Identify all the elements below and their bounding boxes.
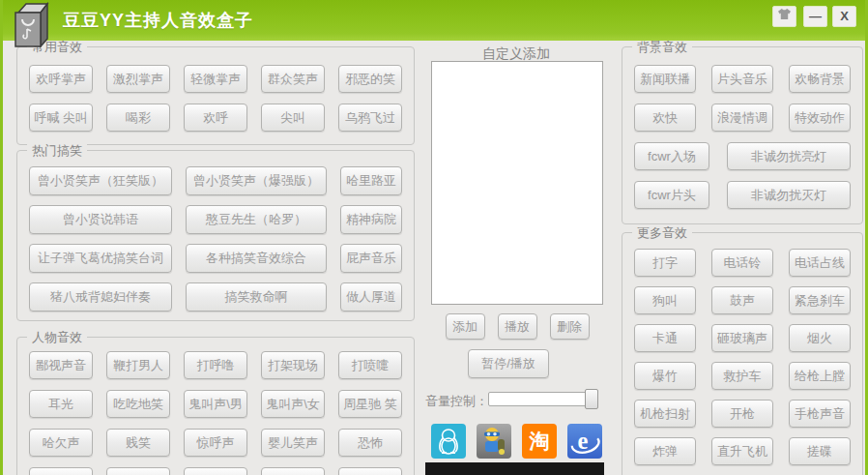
button-row: 欢快浪漫情调特效动作 [634,104,851,132]
sound-button[interactable]: 喝彩 [106,104,170,132]
sound-button[interactable]: 鬼叫声\女 [261,390,325,418]
sound-button[interactable]: 憨豆先生（哈罗） [186,205,327,234]
sound-button[interactable]: 欢呼掌声 [29,65,93,93]
sound-button[interactable]: 打字 [634,249,696,277]
qq-icon[interactable] [431,424,466,459]
yy-icon[interactable] [477,424,511,459]
button-row: 打字电话铃电话占线 [634,249,851,277]
ad-banner[interactable] [425,462,604,475]
sound-button[interactable]: 片头音乐 [711,65,773,93]
sound-button[interactable]: 耳光 [29,390,93,418]
sound-button[interactable]: 搞笑救命啊 [186,282,327,312]
sound-button[interactable]: 开枪 [711,400,773,428]
sound-button[interactable]: 新闻联播 [634,65,696,93]
custom-sound-list[interactable] [431,61,603,305]
sound-button[interactable]: 炸弹 [634,437,696,465]
sound-button[interactable]: 惊呼声 [184,429,247,457]
sound-button[interactable]: 精神病院 [340,205,402,234]
sound-button[interactable]: 鞭打男人 [106,351,170,379]
delete-button[interactable]: 删除 [550,313,590,340]
sound-button[interactable]: 周星驰 笑 [338,390,402,418]
app-window: { "window": { "title": "豆豆YY主持人音效盒子", "c… [0,0,868,475]
qq-penguin-glyph [435,427,462,456]
sound-button[interactable]: 爆竹 [634,362,696,390]
sound-button[interactable]: 非诚勿扰亮灯 [727,142,851,170]
sound-button[interactable]: 让子弹飞葛优搞笑台词 [29,244,172,273]
button-row: fcwr片头非诚勿扰灭灯 [634,181,851,209]
sound-button[interactable]: 救护车 [711,362,773,390]
sound-button[interactable]: 哈欠声 [29,429,93,457]
sound-button[interactable]: 鬼叫声\男 [184,390,247,418]
volume-slider-track[interactable] [488,392,591,406]
sound-button[interactable]: 曾小贤说韩语 [29,205,172,234]
sound-button[interactable]: 搓碟 [789,437,851,465]
pause-play-button[interactable]: 暂停/播放 [468,349,549,378]
sound-button[interactable]: 曾小贤笑声（爆强版） [186,166,327,195]
play-button[interactable]: 播放 [498,313,537,340]
sound-button[interactable]: 恐怖 [338,429,402,457]
add-button[interactable]: 添加 [446,313,485,340]
group-more-sounds: 更多音效 打字电话铃电话占线狗叫鼓声紧急刹车卡通砸玻璃声烟火爆竹救护车给枪上膛机… [622,232,863,475]
sound-button[interactable]: 邪恶的笑 [338,65,402,93]
sound-button[interactable] [184,467,247,475]
sound-button[interactable]: 贱笑 [106,429,170,457]
sound-button[interactable]: 鼓声 [711,286,773,314]
sound-button[interactable]: 打架现场 [261,351,325,379]
button-row: 曾小贤说韩语憨豆先生（哈罗）精神病院 [29,205,402,234]
minimize-button[interactable]: — [803,6,827,27]
sound-button[interactable]: 卡通 [634,324,696,352]
sound-button[interactable]: 狗叫 [634,286,696,314]
sound-button[interactable]: 电话占线 [789,249,851,277]
window-title: 豆豆YY主持人音效盒子 [63,9,253,32]
sound-button[interactable]: 欢呼 [184,104,247,132]
group-people-title: 人物音效 [27,329,87,346]
button-row: 耳光吃吃地笑鬼叫声\男鬼叫声\女周星驰 笑 [29,390,402,418]
sound-button[interactable]: 紧急刹车 [789,286,851,314]
sound-button[interactable]: 手枪声音 [789,400,851,428]
sound-button[interactable]: 电话铃 [711,249,773,277]
sound-button[interactable]: 乌鸦飞过 [338,104,402,132]
sound-button[interactable]: 欢快 [634,104,696,132]
button-row: 机枪扫射开枪手枪声音 [634,400,851,428]
sound-button[interactable]: 浪漫情调 [711,104,773,132]
change-skin-button[interactable] [772,6,796,27]
sound-button[interactable]: 激烈掌声 [106,65,170,93]
sound-button[interactable]: 屁声音乐 [340,244,402,273]
sound-button[interactable]: 呼喊 尖叫 [29,104,93,132]
sound-button[interactable]: 给枪上膛 [789,362,851,390]
sound-button[interactable]: 婴儿笑声 [261,429,325,457]
sound-button[interactable]: 机枪扫射 [634,400,696,428]
sound-button[interactable]: 各种搞笑音效综合 [186,244,327,273]
sound-button[interactable]: fcwr入场 [634,142,709,170]
sound-button[interactable]: 打喷嚏 [338,351,402,379]
sound-button[interactable]: 直升飞机 [711,437,773,465]
funny-sounds-rows: 曾小贤笑声（狂笑版）曾小贤笑声（爆强版）哈里路亚曾小贤说韩语憨豆先生（哈罗）精神… [17,151,414,319]
sound-button[interactable]: 欢畅背景 [789,65,851,93]
sound-button[interactable]: 特效动作 [789,104,851,132]
sound-button[interactable] [338,467,402,475]
sound-button[interactable]: 猪八戒背媳妇伴奏 [29,282,172,312]
sound-button[interactable]: fcwr片头 [634,181,709,209]
taobao-icon[interactable]: 淘 [522,424,557,459]
sound-button[interactable] [29,467,93,475]
sound-button[interactable]: 鄙视声音 [29,351,93,379]
sound-button[interactable]: 哈里路亚 [340,166,402,195]
button-row: 欢呼掌声激烈掌声轻微掌声群众笑声邪恶的笑 [29,65,402,93]
ie-icon[interactable]: e [567,424,602,459]
sound-button[interactable]: 尖叫 [261,104,325,132]
svg-text:e: e [577,428,588,454]
sound-button[interactable]: 砸玻璃声 [711,324,773,352]
sound-button[interactable]: 群众笑声 [261,65,325,93]
sound-button[interactable]: 非诚勿扰灭灯 [727,181,851,209]
sound-button[interactable]: 烟火 [789,324,851,352]
sound-button[interactable]: 打呼噜 [184,351,247,379]
sound-button[interactable] [106,467,170,475]
sound-button[interactable]: 曾小贤笑声（狂笑版） [29,166,172,195]
sound-button[interactable] [261,467,325,475]
taobao-glyph: 淘 [530,428,550,455]
close-button[interactable]: X [832,6,856,27]
volume-slider-thumb[interactable] [585,389,598,409]
sound-button[interactable]: 轻微掌声 [184,65,247,93]
sound-button[interactable]: 吃吃地笑 [106,390,170,418]
sound-button[interactable]: 做人厚道 [340,282,402,312]
